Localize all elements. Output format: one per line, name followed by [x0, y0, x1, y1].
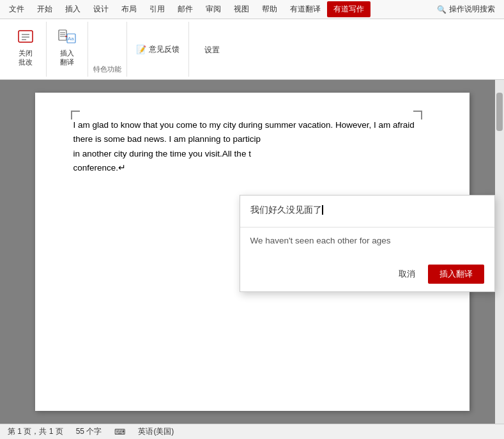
feedback-icon: 📝: [136, 45, 146, 54]
feedback-label: 意见反馈: [149, 44, 179, 55]
doc-line1: I am glad to know that you come to my ci…: [73, 120, 415, 130]
insert-translate-icon: Aa: [57, 27, 77, 47]
doc-line4: conference.↵: [73, 163, 126, 173]
menu-youdao-translate[interactable]: 有道翻译: [284, 1, 327, 17]
scrollbar-thumb[interactable]: [496, 93, 503, 131]
insert-button[interactable]: 插入翻译: [428, 265, 484, 284]
svg-text:Aa: Aa: [68, 36, 74, 42]
corner-marker-tr: [413, 111, 422, 119]
svg-rect-0: [19, 31, 33, 42]
menu-reference[interactable]: 引用: [143, 1, 171, 17]
status-page-info: 第 1 页，共 1 页: [8, 426, 63, 437]
document-text: I am glad to know that you come to my ci…: [73, 118, 431, 175]
popup-actions: 取消 插入翻译: [240, 259, 494, 291]
search-icon: 🔍: [437, 5, 447, 14]
settings-label[interactable]: 设置: [199, 42, 225, 58]
document-page: I am glad to know that you come to my ci…: [35, 93, 470, 411]
menu-start[interactable]: 开始: [31, 1, 59, 17]
close-batch-button[interactable]: 关闭批改: [10, 24, 41, 70]
ribbon-group-feature: 特色功能: [88, 22, 127, 77]
ribbon: 关闭批改 Aa 插入翻译 特色功能: [0, 19, 504, 80]
close-batch-label: 关闭批改: [19, 49, 33, 67]
insert-translate-button[interactable]: Aa 插入翻译: [52, 24, 82, 70]
feedback-button[interactable]: 📝 意见反馈: [132, 42, 183, 57]
status-bar: 第 1 页，共 1 页 55 个字 ⌨ 英语(美国): [0, 424, 504, 439]
menu-view[interactable]: 视图: [227, 1, 256, 17]
ribbon-group-settings: 设置: [189, 22, 235, 77]
menu-mail[interactable]: 邮件: [171, 1, 199, 17]
status-word-count: 55 个字: [76, 426, 102, 437]
ribbon-group-close: 关闭批改: [5, 22, 47, 77]
text-cursor: [322, 205, 323, 215]
word-count-text: 55 个字: [76, 426, 102, 437]
svg-rect-4: [59, 30, 66, 40]
vertical-scrollbar[interactable]: [495, 80, 504, 424]
menu-bar: 文件 开始 插入 设计 布局 引用 邮件 审阅 视图 帮助 有道翻译 有道写作 …: [0, 0, 504, 19]
document-area: I am glad to know that you come to my ci…: [0, 80, 504, 424]
menu-youdao-write[interactable]: 有道写作: [327, 1, 370, 17]
insert-translate-label: 插入翻译: [60, 49, 74, 67]
close-batch-icon: [15, 27, 36, 47]
menu-design[interactable]: 设计: [87, 1, 115, 17]
page-info-text: 第 1 页，共 1 页: [8, 426, 63, 437]
cancel-button[interactable]: 取消: [393, 266, 420, 282]
feature-label: 特色功能: [93, 62, 121, 74]
lang-text: 英语(美国): [138, 426, 174, 437]
popup-input-text: 我们好久没见面了: [250, 205, 322, 215]
doc-line3: in another city during the time you visi…: [73, 149, 251, 158]
ribbon-group-feedback: 📝 意见反馈: [127, 22, 189, 77]
menu-search[interactable]: 🔍 操作说明搜索: [431, 1, 501, 17]
status-input-mode: ⌨: [114, 427, 125, 436]
menu-layout[interactable]: 布局: [115, 1, 143, 17]
popup-output-text: We haven't seen each other for ages: [250, 236, 391, 245]
popup-output: We haven't seen each other for ages: [240, 227, 494, 259]
input-mode-icon: ⌨: [114, 427, 125, 436]
ribbon-group-insert: Aa 插入翻译: [47, 22, 88, 77]
doc-line2: there is some bad news. I am planning to…: [73, 134, 261, 144]
translation-popup: 我们好久没见面了 We haven't seen each other for …: [240, 195, 495, 292]
menu-help[interactable]: 帮助: [256, 1, 284, 17]
menu-review[interactable]: 审阅: [199, 1, 227, 17]
menu-file[interactable]: 文件: [3, 1, 31, 17]
menu-insert[interactable]: 插入: [59, 1, 87, 17]
popup-input: 我们好久没见面了: [240, 196, 494, 227]
corner-marker-tl: [71, 111, 80, 119]
status-lang: 英语(美国): [138, 426, 174, 437]
